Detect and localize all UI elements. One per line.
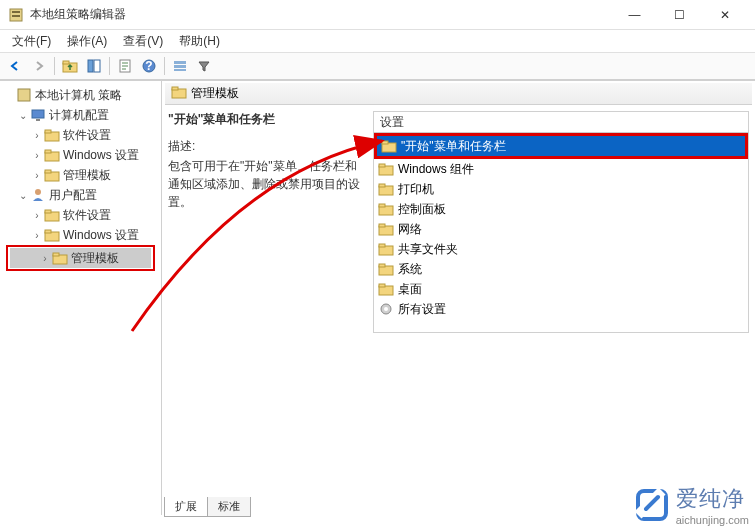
folder-icon bbox=[44, 147, 60, 163]
svg-rect-36 bbox=[379, 184, 385, 187]
svg-rect-13 bbox=[18, 89, 30, 101]
nav-back-button[interactable] bbox=[4, 55, 26, 77]
help-icon[interactable]: ? bbox=[138, 55, 160, 77]
list-item-start-menu[interactable]: "开始"菜单和任务栏 bbox=[377, 136, 745, 156]
svg-point-22 bbox=[35, 189, 41, 195]
tree-software-settings-user[interactable]: › 软件设置 bbox=[2, 205, 159, 225]
tree-admin-templates-user[interactable]: › 管理模板 bbox=[10, 248, 151, 268]
tree-software-settings[interactable]: › 软件设置 bbox=[2, 125, 159, 145]
tree-user-config[interactable]: ⌄ 用户配置 bbox=[2, 185, 159, 205]
show-hide-button[interactable] bbox=[83, 55, 105, 77]
list-item-shared-folders[interactable]: 共享文件夹 bbox=[374, 239, 748, 259]
menu-help[interactable]: 帮助(H) bbox=[171, 31, 228, 52]
folder-icon bbox=[378, 261, 394, 277]
list-item-desktop[interactable]: 桌面 bbox=[374, 279, 748, 299]
list-item-network[interactable]: 网络 bbox=[374, 219, 748, 239]
svg-rect-26 bbox=[45, 230, 51, 233]
tab-extended[interactable]: 扩展 bbox=[164, 497, 208, 517]
svg-rect-1 bbox=[12, 11, 20, 13]
menu-view[interactable]: 查看(V) bbox=[115, 31, 171, 52]
svg-rect-30 bbox=[172, 87, 178, 90]
tree-root[interactable]: 本地计算机 策略 bbox=[2, 85, 159, 105]
window-title: 本地组策略编辑器 bbox=[30, 6, 612, 23]
list-item-system[interactable]: 系统 bbox=[374, 259, 748, 279]
svg-rect-14 bbox=[32, 110, 44, 118]
chevron-right-icon[interactable]: › bbox=[38, 253, 52, 264]
svg-rect-38 bbox=[379, 204, 385, 207]
folder-icon bbox=[44, 227, 60, 243]
content-header-title: 管理模板 bbox=[191, 85, 239, 102]
tree-computer-config[interactable]: ⌄ 计算机配置 bbox=[2, 105, 159, 125]
svg-rect-42 bbox=[379, 244, 385, 247]
svg-rect-19 bbox=[45, 150, 51, 153]
content-panel: 管理模板 "开始"菜单和任务栏 描述: 包含可用于在"开始"菜单、任务栏和通知区… bbox=[162, 81, 755, 515]
folder-icon bbox=[378, 161, 394, 177]
properties-button[interactable] bbox=[114, 55, 136, 77]
folder-icon bbox=[44, 167, 60, 183]
toolbar-separator bbox=[54, 57, 55, 75]
tree-panel: 本地计算机 策略 ⌄ 计算机配置 › 软件设置 › Windows 设置 › 管… bbox=[0, 81, 162, 515]
menubar: 文件(F) 操作(A) 查看(V) 帮助(H) bbox=[0, 30, 755, 52]
list-item-printers[interactable]: 打印机 bbox=[374, 179, 748, 199]
tabstrip: 扩展 标准 bbox=[164, 497, 250, 517]
svg-rect-4 bbox=[63, 61, 69, 64]
chevron-right-icon[interactable]: › bbox=[30, 130, 44, 141]
content-body: "开始"菜单和任务栏 描述: 包含可用于在"开始"菜单、任务栏和通知区域添加、删… bbox=[162, 105, 755, 515]
svg-rect-40 bbox=[379, 224, 385, 227]
tree-windows-settings[interactable]: › Windows 设置 bbox=[2, 145, 159, 165]
chevron-right-icon[interactable]: › bbox=[30, 170, 44, 181]
chevron-right-icon[interactable]: › bbox=[30, 150, 44, 161]
menu-action[interactable]: 操作(A) bbox=[59, 31, 115, 52]
filter-icon[interactable] bbox=[193, 55, 215, 77]
svg-point-48 bbox=[384, 307, 388, 311]
folder-icon bbox=[44, 207, 60, 223]
svg-rect-34 bbox=[379, 164, 385, 167]
svg-rect-15 bbox=[36, 119, 40, 121]
description-text: 包含可用于在"开始"菜单、任务栏和通知区域添加、删除或禁用项目的设置。 bbox=[168, 157, 365, 211]
tree-admin-templates-computer[interactable]: › 管理模板 bbox=[2, 165, 159, 185]
folder-icon bbox=[378, 201, 394, 217]
section-title: "开始"菜单和任务栏 bbox=[168, 111, 365, 128]
watermark-logo-icon bbox=[634, 487, 670, 523]
details-button[interactable] bbox=[169, 55, 191, 77]
chevron-right-icon[interactable]: › bbox=[30, 230, 44, 241]
list-item-all-settings[interactable]: 所有设置 bbox=[374, 299, 748, 319]
svg-text:?: ? bbox=[145, 59, 152, 73]
list-item-control-panel[interactable]: 控制面板 bbox=[374, 199, 748, 219]
nav-forward-button[interactable] bbox=[28, 55, 50, 77]
svg-rect-6 bbox=[94, 60, 100, 72]
maximize-button[interactable]: ☐ bbox=[657, 1, 702, 29]
menu-file[interactable]: 文件(F) bbox=[4, 31, 59, 52]
policy-icon bbox=[16, 87, 32, 103]
list-item-windows-components[interactable]: Windows 组件 bbox=[374, 159, 748, 179]
annotation-highlight-tree: › 管理模板 bbox=[6, 245, 155, 271]
description-label: 描述: bbox=[168, 138, 365, 155]
close-button[interactable]: ✕ bbox=[702, 1, 747, 29]
svg-rect-21 bbox=[45, 170, 51, 173]
description-column: "开始"菜单和任务栏 描述: 包含可用于在"开始"菜单、任务栏和通知区域添加、删… bbox=[168, 111, 373, 509]
tab-standard[interactable]: 标准 bbox=[207, 497, 251, 517]
list-header-setting[interactable]: 设置 bbox=[373, 111, 749, 133]
chevron-down-icon[interactable]: ⌄ bbox=[16, 110, 30, 121]
up-button[interactable] bbox=[59, 55, 81, 77]
toolbar: ? bbox=[0, 52, 755, 80]
svg-rect-46 bbox=[379, 284, 385, 287]
chevron-down-icon[interactable]: ⌄ bbox=[16, 190, 30, 201]
watermark-text-en: aichunjing.com bbox=[676, 514, 749, 526]
svg-rect-11 bbox=[174, 65, 186, 68]
svg-rect-5 bbox=[88, 60, 93, 72]
folder-icon bbox=[378, 281, 394, 297]
folder-icon bbox=[171, 84, 187, 103]
annotation-highlight-list: "开始"菜单和任务栏 bbox=[374, 133, 748, 159]
folder-icon bbox=[44, 127, 60, 143]
list-column: 设置 "开始"菜单和任务栏 Windows 组件 bbox=[373, 111, 749, 509]
tree-windows-settings-user[interactable]: › Windows 设置 bbox=[2, 225, 159, 245]
list-items: "开始"菜单和任务栏 Windows 组件 打印机 控制面板 bbox=[373, 133, 749, 333]
toolbar-separator bbox=[109, 57, 110, 75]
minimize-button[interactable]: — bbox=[612, 1, 657, 29]
app-icon bbox=[8, 7, 24, 23]
titlebar: 本地组策略编辑器 — ☐ ✕ bbox=[0, 0, 755, 30]
watermark: 爱纯净 aichunjing.com bbox=[634, 484, 749, 526]
chevron-right-icon[interactable]: › bbox=[30, 210, 44, 221]
folder-icon bbox=[52, 250, 68, 266]
